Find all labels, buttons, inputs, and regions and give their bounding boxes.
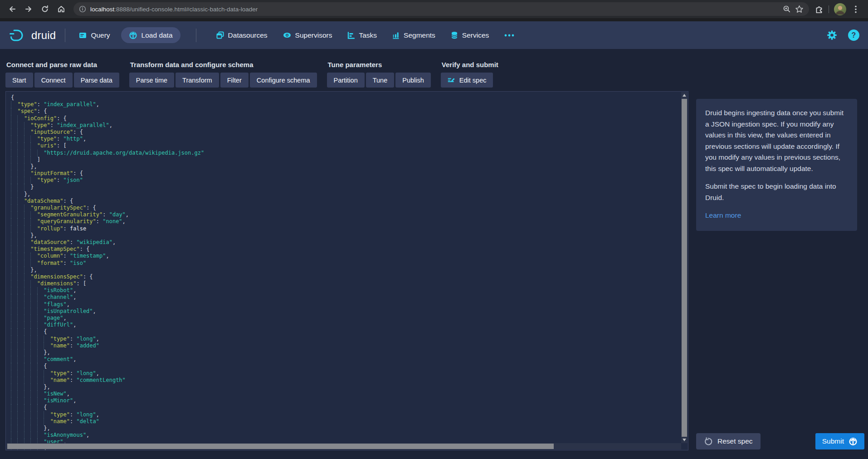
- profile-avatar[interactable]: [834, 3, 846, 15]
- editor-line[interactable]: },: [11, 163, 688, 170]
- editor-line[interactable]: "granularitySpec": {: [11, 205, 688, 211]
- editor-line[interactable]: "type": "long",: [11, 336, 688, 342]
- step-button-connect[interactable]: Connect: [34, 73, 73, 88]
- editor-line[interactable]: "timestampSpec": {: [11, 246, 688, 253]
- editor-line[interactable]: "isRobot",: [11, 287, 688, 294]
- nav-more-button[interactable]: [500, 30, 519, 40]
- editor-line[interactable]: }: [11, 184, 688, 190]
- editor-line[interactable]: "type": "long",: [11, 411, 688, 418]
- horizontal-scroll-thumb[interactable]: [7, 444, 554, 449]
- scroll-down-arrow[interactable]: [681, 437, 688, 443]
- editor-line[interactable]: "spec": {: [11, 108, 688, 115]
- editor-line[interactable]: "type": "index_parallel",: [11, 122, 688, 129]
- spec-editor-content[interactable]: {"type": "index_parallel","spec": {"ioCo…: [6, 92, 688, 450]
- editor-horizontal-scrollbar[interactable]: [6, 443, 681, 449]
- more-dots-icon: [504, 34, 514, 37]
- editor-line[interactable]: {: [11, 404, 688, 411]
- editor-line[interactable]: "type": "index_parallel",: [11, 101, 688, 108]
- submit-button[interactable]: Submit: [815, 433, 864, 449]
- editor-line[interactable]: },: [11, 267, 688, 273]
- browser-menu-button[interactable]: [849, 2, 863, 16]
- editor-line[interactable]: },: [11, 349, 688, 356]
- editor-line[interactable]: },: [11, 425, 688, 432]
- editor-vertical-scrollbar[interactable]: [681, 92, 688, 443]
- editor-line[interactable]: "dataSource": "wikipedia",: [11, 239, 688, 246]
- editor-line[interactable]: "segmentGranularity": "day",: [11, 211, 688, 218]
- step-button-configure-schema[interactable]: Configure schema: [250, 73, 317, 88]
- nav-item-services[interactable]: Services: [446, 28, 493, 43]
- home-button[interactable]: [54, 2, 68, 16]
- editor-line[interactable]: "isAnonymous",: [11, 432, 688, 439]
- editor-line[interactable]: "column": "timestamp",: [11, 253, 688, 259]
- site-info-icon[interactable]: [79, 5, 86, 13]
- editor-line[interactable]: "type": "json": [11, 177, 688, 184]
- editor-line[interactable]: ]: [11, 156, 688, 163]
- editor-line[interactable]: "type": "http",: [11, 136, 688, 142]
- nav-item-query[interactable]: Query: [74, 28, 114, 43]
- editor-line[interactable]: "https://druid.apache.org/data/wikipedia…: [11, 150, 688, 156]
- step-button-parse-data[interactable]: Parse data: [74, 73, 119, 88]
- url-bar[interactable]: localhost:8888/unified-console.html#clas…: [73, 2, 809, 16]
- editor-line[interactable]: "name": "commentLength": [11, 377, 688, 384]
- druid-logo[interactable]: druid: [9, 29, 56, 42]
- editor-line[interactable]: "format": "iso": [11, 260, 688, 267]
- spec-editor[interactable]: {"type": "index_parallel","spec": {"ioCo…: [5, 91, 688, 450]
- zoom-icon[interactable]: [783, 5, 791, 13]
- reset-spec-button[interactable]: Reset spec: [696, 433, 761, 449]
- editor-line[interactable]: "flags",: [11, 301, 688, 308]
- settings-gear-icon[interactable]: [827, 30, 837, 40]
- step-button-tune[interactable]: Tune: [366, 73, 395, 88]
- step-button-parse-time[interactable]: Parse time: [129, 73, 174, 88]
- nav-item-datasources[interactable]: Datasources: [212, 28, 272, 43]
- nav-item-supervisors[interactable]: Supervisors: [278, 28, 337, 43]
- back-button[interactable]: [5, 2, 19, 16]
- editor-line[interactable]: "uris": [: [11, 142, 688, 149]
- step-button-start[interactable]: Start: [5, 73, 33, 88]
- question-mark-icon: ?: [852, 31, 856, 39]
- step-button-filter[interactable]: Filter: [220, 73, 249, 88]
- editor-line[interactable]: "ioConfig": {: [11, 115, 688, 122]
- extensions-puzzle-icon[interactable]: [814, 5, 824, 14]
- bookmark-star-icon[interactable]: [795, 5, 804, 14]
- nav-item-segments[interactable]: Segments: [388, 28, 440, 43]
- editor-line[interactable]: },: [11, 191, 688, 198]
- nav-item-tasks[interactable]: Tasks: [343, 28, 381, 43]
- help-paragraph: Submit the spec to begin loading data in…: [705, 181, 848, 203]
- help-button[interactable]: ?: [848, 29, 859, 41]
- step-button-partition[interactable]: Partition: [327, 73, 365, 88]
- editor-line[interactable]: {: [11, 363, 688, 370]
- vertical-scroll-thumb[interactable]: [682, 99, 687, 437]
- editor-line[interactable]: "type": "long",: [11, 370, 688, 377]
- editor-line[interactable]: "inputSource": {: [11, 129, 688, 136]
- editor-line[interactable]: "dimensions": [: [11, 280, 688, 287]
- scroll-up-arrow[interactable]: [681, 92, 688, 98]
- editor-line[interactable]: "diffUrl",: [11, 322, 688, 328]
- editor-line[interactable]: "dimensionsSpec": {: [11, 273, 688, 280]
- editor-line[interactable]: "dataSchema": {: [11, 198, 688, 205]
- step-button-publish[interactable]: Publish: [395, 73, 431, 88]
- editor-line[interactable]: {: [11, 328, 688, 335]
- learn-more-link[interactable]: Learn more: [705, 211, 741, 219]
- forward-button[interactable]: [22, 2, 35, 16]
- editor-line[interactable]: "isNew",: [11, 391, 688, 397]
- editor-line[interactable]: "isMinor",: [11, 397, 688, 404]
- reload-button[interactable]: [38, 2, 52, 16]
- step-group-transform: Transform data and configure schema Pars…: [129, 61, 317, 88]
- editor-line[interactable]: "queryGranularity": "none",: [11, 218, 688, 225]
- editor-line[interactable]: },: [11, 384, 688, 391]
- submit-upload-icon: [848, 437, 858, 446]
- editor-line[interactable]: "rollup": false: [11, 225, 688, 232]
- nav-item-load-data[interactable]: Load data: [121, 27, 180, 43]
- editor-line[interactable]: "name": "delta": [11, 418, 688, 425]
- editor-line[interactable]: "name": "added": [11, 342, 688, 349]
- reset-icon: [704, 437, 712, 446]
- editor-line[interactable]: "page",: [11, 315, 688, 322]
- editor-line[interactable]: "comment",: [11, 356, 688, 363]
- editor-line[interactable]: "inputFormat": {: [11, 170, 688, 177]
- step-button-transform[interactable]: Transform: [176, 73, 219, 88]
- editor-line[interactable]: "channel",: [11, 294, 688, 301]
- editor-line[interactable]: "isUnpatrolled",: [11, 308, 688, 315]
- editor-line[interactable]: {: [11, 94, 688, 101]
- step-button-edit-spec[interactable]: Edit spec: [441, 73, 493, 88]
- editor-line[interactable]: },: [11, 232, 688, 239]
